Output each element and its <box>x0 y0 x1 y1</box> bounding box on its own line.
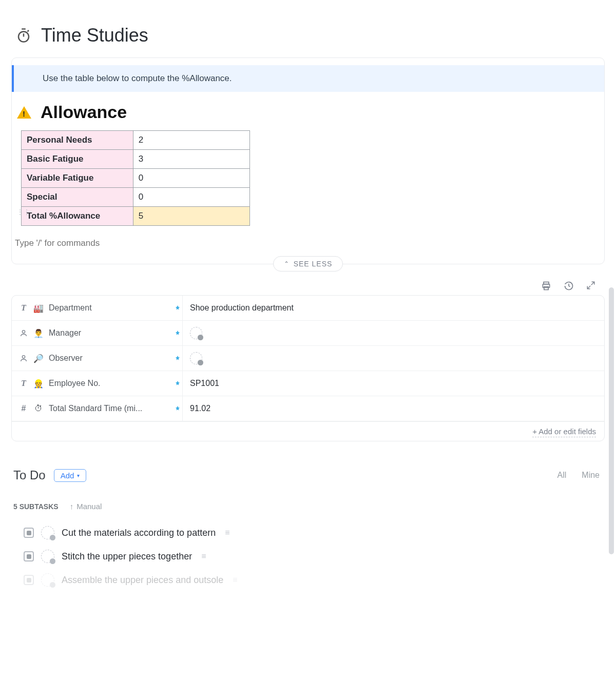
field-label: Total Standard Time (mi... <box>49 404 168 413</box>
allowance-table[interactable]: Personal Needs2 Basic Fatigue3 Variable … <box>21 130 250 226</box>
pin-icon[interactable] <box>173 329 182 337</box>
allowance-row-label[interactable]: Personal Needs <box>22 131 133 150</box>
todo-heading: To Do <box>13 468 46 482</box>
empty-avatar-icon[interactable] <box>190 327 202 339</box>
see-less-label: SEE LESS <box>294 260 333 268</box>
sort-label: Manual <box>76 502 102 511</box>
field-value[interactable]: SP1001 <box>182 371 604 396</box>
subtask-row[interactable]: Stitch the upper pieces together ≡ <box>11 545 605 568</box>
allowance-row-label[interactable]: Special <box>22 188 133 207</box>
vertical-scrollbar[interactable] <box>609 287 614 554</box>
field-row-department: T 🏭 Department Shoe production departmen… <box>12 296 604 321</box>
history-icon[interactable] <box>564 281 573 290</box>
field-row-employee-no: T 👷 Employee No. SP1001 <box>12 371 604 396</box>
person-type-icon <box>19 354 28 362</box>
field-row-manager: 👨‍💼 Manager <box>12 321 604 346</box>
person-type-icon <box>19 329 28 337</box>
allowance-row-value[interactable]: 2 <box>133 131 249 150</box>
description-editor: Use the table below to compute the %Allo… <box>11 57 605 264</box>
field-value[interactable]: Shoe production department <box>182 296 604 320</box>
warning-icon <box>17 106 31 119</box>
print-icon[interactable] <box>541 281 550 290</box>
text-type-icon: T <box>19 303 28 313</box>
allowance-row-label[interactable]: Basic Fatigue <box>22 150 133 169</box>
assignee-empty-icon[interactable] <box>41 550 54 563</box>
add-button-label: Add <box>61 471 74 480</box>
description-indicator-icon: ≡ <box>201 552 206 561</box>
allowance-total-value[interactable]: 5 <box>133 207 249 226</box>
expand-icon[interactable] <box>586 281 595 290</box>
allowance-row-label[interactable]: Variable Fatigue <box>22 169 133 188</box>
field-value[interactable] <box>182 346 604 371</box>
assignee-empty-icon[interactable] <box>41 573 54 587</box>
worker-icon: 👷 <box>33 379 44 389</box>
field-label: Department <box>49 303 168 313</box>
status-checkbox[interactable] <box>24 528 34 538</box>
manager-icon: 👨‍💼 <box>33 328 44 338</box>
caret-down-icon: ▾ <box>77 473 80 478</box>
allowance-row-value[interactable]: 3 <box>133 150 249 169</box>
text-type-icon: T <box>19 379 28 388</box>
number-type-icon: # <box>19 404 28 413</box>
subtask-row[interactable]: Assemble the upper pieces and outsole ≡ <box>11 568 605 592</box>
info-callout: Use the table below to compute the %Allo… <box>12 65 604 92</box>
description-indicator-icon: ≡ <box>233 575 237 585</box>
field-label: Manager <box>49 328 168 338</box>
subtask-count: 5 SUBTASKS <box>13 502 59 511</box>
stopwatch-icon <box>15 27 32 44</box>
allowance-total-label[interactable]: Total %Allowance <box>22 207 133 226</box>
empty-avatar-icon[interactable] <box>190 352 202 364</box>
drag-handle-icon[interactable]: ⋮⋮ <box>17 211 30 214</box>
field-label: Observer <box>49 354 168 363</box>
factory-icon: 🏭 <box>33 303 44 313</box>
field-value[interactable] <box>182 321 604 345</box>
subtask-row[interactable]: Cut the materials according to pattern ≡ <box>11 521 605 545</box>
timer-icon: ⏱ <box>33 404 44 413</box>
filter-mine[interactable]: Mine <box>582 471 600 480</box>
custom-fields-card: T 🏭 Department Shoe production departmen… <box>11 295 605 441</box>
sort-button[interactable]: ↑ Manual <box>70 502 102 511</box>
subtask-title[interactable]: Assemble the upper pieces and outsole <box>62 575 223 586</box>
page-title: Time Studies <box>41 25 148 46</box>
status-checkbox[interactable] <box>24 551 34 561</box>
svg-point-5 <box>22 356 25 358</box>
arrow-up-icon: ↑ <box>70 502 74 511</box>
see-less-button[interactable]: ⌃ SEE LESS <box>273 256 343 272</box>
description-indicator-icon: ≡ <box>225 528 229 537</box>
add-edit-fields-button[interactable]: + Add or edit fields <box>532 427 596 437</box>
allowance-row-value[interactable]: 0 <box>133 169 249 188</box>
status-checkbox[interactable] <box>24 575 34 585</box>
subtask-title[interactable]: Cut the materials according to pattern <box>62 528 216 538</box>
chevron-up-icon: ⌃ <box>284 260 290 267</box>
filter-all[interactable]: All <box>557 471 567 480</box>
allowance-row-value[interactable]: 0 <box>133 188 249 207</box>
field-label: Employee No. <box>49 379 168 388</box>
assignee-empty-icon[interactable] <box>41 526 54 539</box>
allowance-heading: Allowance <box>41 102 127 122</box>
magnifier-icon: 🔎 <box>33 354 44 363</box>
pin-icon[interactable] <box>173 380 182 387</box>
field-row-observer: 🔎 Observer <box>12 346 604 371</box>
svg-point-4 <box>22 331 25 333</box>
pin-icon[interactable] <box>173 405 182 412</box>
pin-icon[interactable] <box>173 355 182 362</box>
slash-command-input[interactable] <box>15 238 220 248</box>
add-subtask-button[interactable]: Add ▾ <box>54 469 87 482</box>
subtask-title[interactable]: Stitch the upper pieces together <box>62 551 192 562</box>
field-value[interactable]: 91.02 <box>182 396 604 421</box>
pin-icon[interactable] <box>173 304 182 312</box>
field-row-total-standard-time: # ⏱ Total Standard Time (mi... 91.02 <box>12 396 604 421</box>
